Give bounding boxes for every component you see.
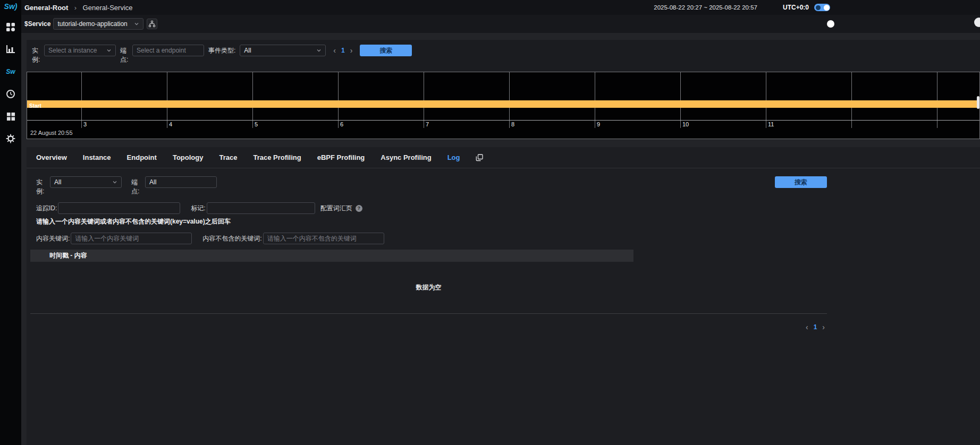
- event-search-panel: 实例: Select a instance 端点: Select a endpo…: [27, 40, 980, 139]
- timeline-gridline: [680, 72, 681, 120]
- theme-toggle[interactable]: [814, 4, 830, 11]
- exclude-keyword-label: 内容不包含的关键词:: [202, 233, 261, 244]
- blocks-icon: [6, 112, 15, 121]
- timeline-tick: [509, 120, 510, 128]
- chevron-down-icon: [134, 21, 139, 27]
- tab-bar: OverviewInstanceEndpointTopologyTraceTra…: [27, 147, 980, 168]
- log-search-button[interactable]: 搜索: [775, 176, 827, 188]
- app-logo[interactable]: Sw): [4, 2, 18, 11]
- log-filter-row-2: 追踪ID: 标记: 配置词汇页 ?: [30, 202, 827, 214]
- exclude-keyword-input[interactable]: [263, 233, 384, 244]
- timeline-tick: [167, 120, 167, 128]
- sidebar-item-charts[interactable]: [0, 38, 21, 61]
- timeline-tick-label: 9: [597, 121, 600, 127]
- sidebar-item-settings[interactable]: [0, 127, 21, 150]
- keywords-config-link[interactable]: 配置词汇页: [320, 202, 352, 214]
- sidebar-item-alarm[interactable]: [0, 83, 21, 105]
- sitemap-icon: [149, 21, 155, 27]
- log-next-page-button[interactable]: ›: [822, 321, 825, 333]
- tab-trace-profiling[interactable]: Trace Profiling: [253, 153, 301, 161]
- log-prev-page-button[interactable]: ‹: [806, 321, 808, 333]
- timeline-gridline: [766, 72, 766, 120]
- timeline-tick-label: 4: [169, 121, 172, 127]
- topology-button[interactable]: [147, 19, 157, 29]
- log-hint: 请输入一个内容关键词或者内容不包含的关键词(key=value)之后回车: [30, 217, 827, 226]
- breadcrumb-separator-icon: ›: [74, 4, 77, 12]
- service-select-value: tutorial-demo-application: [57, 20, 127, 28]
- status-dot: [827, 20, 834, 28]
- tab-endpoint[interactable]: Endpoint: [127, 153, 157, 161]
- toggle-knob: [824, 5, 830, 11]
- grid-icon: [6, 22, 15, 32]
- tab-instance[interactable]: Instance: [83, 153, 111, 161]
- edge-circle-button[interactable]: [974, 18, 980, 27]
- timeline-tick: [680, 120, 681, 128]
- timeline-gridline: [338, 72, 339, 120]
- log-instance-select[interactable]: All: [50, 176, 122, 188]
- timeline-gridline: [252, 72, 253, 120]
- event-search-button[interactable]: 搜索: [360, 45, 412, 56]
- chevron-down-icon: [112, 179, 117, 185]
- sidebar-item-dashboards[interactable]: [0, 16, 21, 38]
- timezone-selector[interactable]: UTC+0:0: [783, 4, 809, 11]
- timeline-span-bar[interactable]: Start: [27, 100, 979, 108]
- trace-id-input[interactable]: [58, 202, 180, 214]
- tab-trace[interactable]: Trace: [219, 153, 237, 161]
- log-tab-content: 实例: All 端点: 搜索 追踪ID:: [27, 168, 980, 340]
- trace-id-label: 追踪ID:: [36, 202, 57, 214]
- current-page[interactable]: 1: [341, 47, 345, 54]
- timeline-tick: [937, 120, 937, 128]
- tab-topology[interactable]: Topology: [173, 153, 204, 161]
- timeline-tick-label: 6: [340, 121, 343, 127]
- instance-select-placeholder: Select a instance: [48, 47, 97, 54]
- breadcrumb-current: General-Service: [83, 4, 133, 12]
- timeline-gridline: [595, 72, 595, 120]
- tab-ebpf-profiling[interactable]: eBPF Profiling: [317, 153, 365, 161]
- include-keyword-input[interactable]: [71, 233, 192, 244]
- bar-chart-icon: [6, 45, 15, 54]
- log-pager: ‹ 1 ›: [30, 314, 827, 340]
- event-pager: ‹ 1 ›: [330, 45, 356, 56]
- tab-overview[interactable]: Overview: [36, 153, 67, 161]
- service-select[interactable]: tutorial-demo-application: [53, 18, 143, 30]
- sidebar-item-marketplace[interactable]: Sw: [0, 61, 21, 83]
- tag-input[interactable]: [207, 202, 315, 214]
- tab-async-profiling[interactable]: Async Profiling: [381, 153, 431, 161]
- log-instance-value: All: [54, 178, 61, 186]
- prev-page-button[interactable]: ‹: [333, 45, 336, 56]
- timeline-gridline: [81, 72, 82, 120]
- timeline-gridline: [851, 72, 852, 120]
- sidebar-item-widgets[interactable]: [0, 105, 21, 127]
- app-root: Sw) Sw: [0, 0, 980, 445]
- copy-icon[interactable]: [476, 154, 483, 161]
- timeline-tick-label: 3: [83, 121, 87, 127]
- next-page-button[interactable]: ›: [350, 45, 353, 56]
- time-range-picker[interactable]: 2025-08-22 20:27 ~ 2025-08-22 20:57: [654, 4, 757, 11]
- endpoint-select[interactable]: Select a endpoint: [132, 45, 204, 56]
- help-icon[interactable]: ?: [356, 205, 362, 212]
- service-label: $Service: [24, 20, 50, 28]
- log-table-header: 时间戳 - 内容: [30, 250, 633, 262]
- scrollbar-thumb[interactable]: [977, 96, 979, 109]
- tag-label: 标记:: [191, 202, 205, 214]
- tab-log[interactable]: Log: [447, 153, 460, 161]
- log-current-page[interactable]: 1: [814, 323, 817, 331]
- topbar-right: 2025-08-22 20:27 ~ 2025-08-22 20:57 UTC+…: [654, 0, 830, 15]
- logo-text: Sw: [4, 2, 15, 11]
- timeline-tick: [851, 120, 852, 128]
- log-endpoint-input[interactable]: [145, 176, 217, 188]
- timeline-gridline: [167, 72, 167, 120]
- log-table: 时间戳 - 内容 数据为空 ‹ 1 ›: [30, 250, 827, 340]
- sw-badge: Sw: [6, 68, 15, 75]
- timeline-axis: [27, 120, 979, 121]
- timeline-tick: [595, 120, 595, 128]
- service-bar: $Service tutorial-demo-application: [21, 15, 980, 33]
- span-bar-label: Start: [27, 102, 41, 110]
- timeline-chart[interactable]: Start 22 August 20:55 34567891011: [27, 72, 980, 139]
- event-type-select[interactable]: All: [240, 45, 326, 56]
- timeline-tick: [81, 120, 82, 128]
- instance-select[interactable]: Select a instance: [44, 45, 116, 56]
- timeline-tick-label: 8: [511, 121, 514, 127]
- breadcrumb-root[interactable]: General-Root: [24, 4, 68, 12]
- log-endpoint-label: 端点:: [131, 178, 139, 196]
